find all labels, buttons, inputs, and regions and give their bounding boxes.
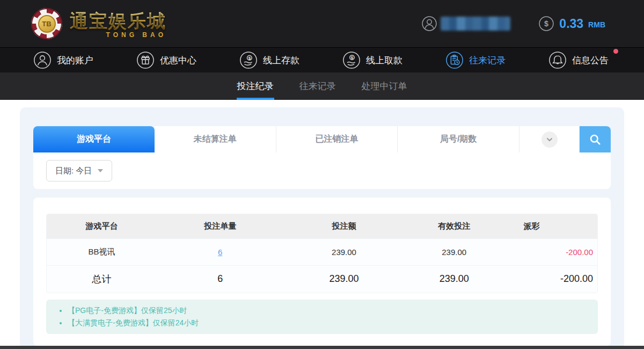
casino-chip-logo-icon: TB [31, 8, 62, 39]
balance-display[interactable]: $ 0.33 RMB [538, 16, 605, 32]
nav-label: 信息公告 [572, 54, 609, 67]
table-total-row: 总计 6 239.00 239.00 -200.00 [47, 265, 597, 293]
subnav-item-transaction-records[interactable]: 往来记录 [299, 72, 336, 100]
site-title: 通宝娱乐城 [70, 9, 166, 34]
column-header-bet-count: 投注单量 [157, 214, 283, 238]
nav-label: 线上取款 [366, 54, 402, 67]
site-subtitle: TONG BAO [70, 31, 166, 39]
filter-body: 日期: 今日 [33, 152, 611, 189]
results-card: 游戏平台 投注单量 投注额 有效投注 派彩 BB视讯 6 239.00 239.… [33, 198, 611, 346]
balance-amount: 0.33 [559, 17, 583, 31]
content-panel: 游戏平台 未结算注单 已注销注单 局号/期数 [20, 107, 624, 349]
promotions-icon [136, 51, 155, 69]
table-header-row: 游戏平台 投注单量 投注额 有效投注 派彩 [47, 214, 597, 238]
nav-item-transaction-records[interactable]: 往来记录 [445, 51, 506, 69]
user-avatar-icon [421, 16, 437, 32]
note-item: 【PG电子-免费游戏】仅保留25小时 [68, 304, 589, 317]
filter-tabs: 游戏平台 未结算注单 已注销注单 局号/期数 [33, 126, 611, 152]
bet-count-link[interactable]: 6 [218, 248, 222, 257]
cell-bet-amount: 239.00 [283, 238, 405, 265]
top-header: TB 通宝娱乐城 TONG BAO $ 0.33 RMB [0, 0, 644, 47]
subnav-item-bet-records[interactable]: 投注纪录 [237, 72, 274, 100]
filter-dropdown[interactable] [519, 126, 580, 152]
tab-game-platform[interactable]: 游戏平台 [33, 126, 155, 152]
results-table-box: 游戏平台 投注单量 投注额 有效投注 派彩 BB视讯 6 239.00 239.… [46, 214, 598, 293]
nav-label: 线上存款 [263, 54, 299, 67]
column-header-bet-amount: 投注额 [283, 214, 405, 238]
results-table: 游戏平台 投注单量 投注额 有效投注 派彩 BB视讯 6 239.00 239.… [47, 214, 597, 293]
chip-core-text: TB [38, 15, 56, 33]
nav-item-withdraw[interactable]: $ 线上取款 [342, 51, 402, 69]
deposit-icon: $ [239, 51, 258, 69]
username-redacted [441, 17, 510, 31]
main-navigation: 我的账户 优惠中心 $ 线上存款 [0, 47, 644, 72]
chip-ring: TB [36, 13, 57, 34]
cell-platform: BB视讯 [47, 238, 157, 265]
cell-total-valid-bet: 239.00 [405, 265, 504, 293]
nav-label: 往来记录 [469, 54, 506, 67]
column-header-payout: 派彩 [504, 214, 597, 238]
balance-currency: RMB [588, 20, 605, 29]
tab-cancelled-bets[interactable]: 已注销注单 [276, 126, 398, 152]
account-icon [33, 51, 52, 69]
cell-total-count: 6 [157, 265, 283, 293]
sub-navigation: 投注纪录 往来记录 处理中订单 [0, 72, 644, 100]
retention-notes: 【PG电子-免费游戏】仅保留25小时 【大满贯电子-免费游戏】仅保留24小时 [46, 300, 598, 334]
dollar-coin-icon: $ [538, 16, 554, 32]
column-header-valid-bet: 有效投注 [405, 214, 504, 238]
date-filter-dropdown[interactable]: 日期: 今日 [46, 160, 112, 181]
chevron-down-icon [541, 132, 558, 148]
tab-unsettled-bets[interactable]: 未结算注单 [155, 126, 276, 152]
notification-dot [613, 49, 618, 54]
cell-payout: -200.00 [504, 238, 597, 265]
search-button[interactable] [580, 126, 611, 152]
date-filter-label: 日期: 今日 [55, 166, 92, 176]
svg-text:$: $ [248, 56, 251, 61]
nav-item-my-account[interactable]: 我的账户 [33, 51, 93, 69]
tab-round-number[interactable]: 局号/期数 [398, 126, 519, 152]
nav-item-promotions[interactable]: 优惠中心 [136, 51, 196, 69]
filter-card: 游戏平台 未结算注单 已注销注单 局号/期数 [33, 126, 611, 189]
nav-item-announcements[interactable]: 信息公告 [548, 51, 609, 69]
subnav-item-processing-orders[interactable]: 处理中订单 [361, 72, 408, 100]
records-icon [445, 51, 464, 69]
search-icon [588, 133, 602, 147]
announcement-bell-icon [548, 51, 567, 69]
caret-down-icon [98, 169, 103, 172]
withdraw-icon: $ [342, 51, 361, 69]
nav-label: 我的账户 [57, 54, 93, 67]
site-logo[interactable]: TB 通宝娱乐城 TONG BAO [31, 8, 166, 39]
svg-text:$: $ [544, 19, 548, 28]
nav-label: 优惠中心 [160, 54, 196, 67]
footer-strip [0, 346, 644, 349]
nav-item-deposit[interactable]: $ 线上存款 [239, 51, 299, 69]
cell-valid-bet: 239.00 [405, 238, 504, 265]
logo-text: 通宝娱乐城 TONG BAO [70, 9, 166, 39]
table-row: BB视讯 6 239.00 239.00 -200.00 [47, 238, 597, 265]
cell-total-payout: -200.00 [504, 265, 597, 293]
note-item: 【大满贯电子-免费游戏】仅保留24小时 [68, 317, 589, 329]
cell-total-bet-amount: 239.00 [283, 265, 405, 293]
user-account-area[interactable] [421, 16, 510, 32]
column-header-platform: 游戏平台 [47, 214, 157, 238]
cell-total-label: 总计 [47, 265, 157, 293]
